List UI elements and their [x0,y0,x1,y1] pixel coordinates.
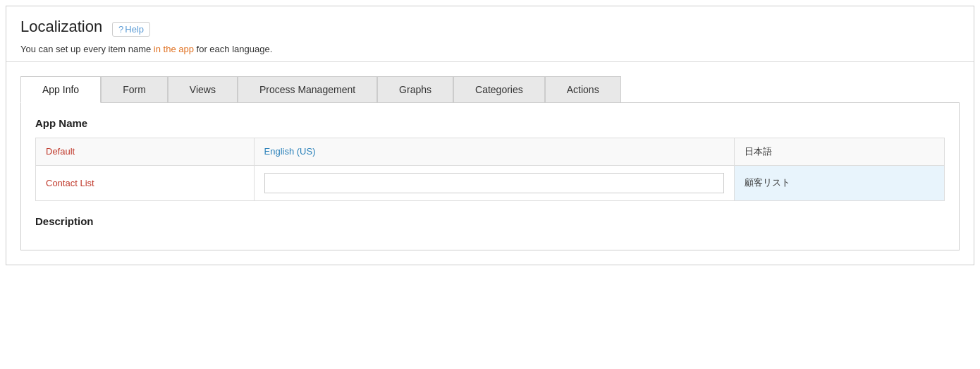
app-name-table: Default English (US) 日本語 Contact List [35,138,945,201]
col-english: English (US) [254,138,734,165]
default-link[interactable]: Default [46,146,75,157]
tab-content-app-info: App Name Default English (US) 日本語 [20,102,960,250]
tab-form[interactable]: Form [101,76,168,102]
desc-after: for each language. [194,44,272,54]
table-row: Contact List 顧客リスト [36,165,945,200]
page-title: Localization [20,18,102,36]
col-default: Default [36,138,255,165]
description-heading: Description [35,215,945,227]
tab-categories[interactable]: Categories [453,76,545,102]
col-japanese: 日本語 [735,138,945,165]
table-header-row: Default English (US) 日本語 [36,138,945,165]
description-section: Description [35,215,945,227]
main-container: Localization Help You can set up every i… [6,6,974,265]
description-text: You can set up every item name in the ap… [20,44,960,54]
tabs-list: App Info Form Views Process Management G… [6,76,974,102]
desc-link[interactable]: in the app [154,44,194,54]
english-input[interactable] [264,173,724,193]
japanese-value: 顧客リスト [745,177,790,188]
row-label-cell: Contact List [36,165,255,200]
tab-app-info[interactable]: App Info [20,76,101,103]
tab-actions[interactable]: Actions [545,76,621,102]
row-japanese-cell: 顧客リスト [735,165,945,200]
app-name-heading: App Name [35,117,945,129]
row-english-cell[interactable] [254,165,734,200]
tab-process-management[interactable]: Process Management [238,76,377,102]
desc-before: You can set up every item name [20,44,154,54]
help-link[interactable]: Help [112,22,150,37]
tabs-area: App Info Form Views Process Management G… [6,62,974,250]
tab-views[interactable]: Views [168,76,238,102]
japanese-label: 日本語 [745,146,772,157]
tab-graphs[interactable]: Graphs [377,76,453,102]
contact-list-link[interactable]: Contact List [46,178,94,188]
header-section: Localization Help You can set up every i… [6,6,974,62]
english-us-label: English (US) [264,146,316,157]
